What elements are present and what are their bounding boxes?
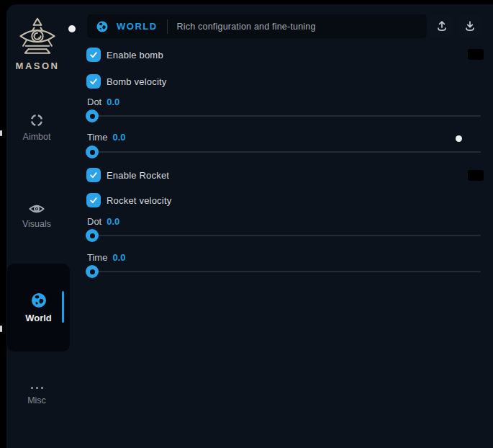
toggle-label: Rocket velocity: [107, 195, 171, 206]
brand-name: MASON: [10, 61, 65, 71]
slider-label-row: Time 0.0: [87, 132, 125, 143]
app-window: [6, 4, 493, 448]
crosshair-icon: [8, 112, 65, 128]
rocket-time-slider-handle[interactable]: [86, 265, 99, 278]
sidebar-item-label: Aimbot: [8, 132, 65, 142]
rocket-velocity-checkbox[interactable]: [86, 193, 101, 207]
bomb-dot-slider-track[interactable]: [92, 115, 481, 117]
active-tab-indicator: [62, 291, 64, 323]
current-tab[interactable]: WORLD: [96, 20, 158, 33]
background-speck: [0, 130, 2, 136]
sidebar-item-visuals[interactable]: Visuals: [8, 202, 65, 229]
globe-icon: [96, 20, 109, 33]
slider-label: Dot: [87, 216, 101, 227]
slider-value: 0.0: [112, 132, 125, 143]
check-icon: [89, 76, 99, 86]
bomb-color-swatch[interactable]: [468, 49, 484, 60]
page-subtitle: Rich configuration and fine-tuning: [177, 22, 316, 32]
sidebar-item-world[interactable]: World: [7, 264, 70, 351]
bomb-velocity-checkbox[interactable]: [86, 74, 101, 89]
upload-config-button[interactable]: [430, 14, 453, 37]
enable-rocket-checkbox[interactable]: [86, 168, 101, 182]
background-speck: [0, 326, 2, 332]
cursor-dot: [456, 135, 462, 142]
slider-label: Time: [87, 132, 107, 143]
cursor-dot: [68, 25, 76, 32]
rocket-time-slider-track[interactable]: [92, 271, 481, 272]
toggle-row: Bomb velocity: [86, 74, 167, 89]
toggle-label: Enable Rocket: [107, 170, 169, 181]
upload-icon: [435, 19, 448, 32]
check-icon: [89, 50, 99, 60]
sidebar-item-label: Visuals: [8, 219, 65, 229]
rocket-color-swatch[interactable]: [468, 170, 484, 181]
toggle-row: Enable Rocket: [86, 168, 169, 182]
slider-value: 0.0: [107, 216, 119, 227]
globe-icon: [7, 292, 70, 309]
mason-logo-icon: [17, 16, 58, 59]
page-header: WORLD Rich configuration and fine-tuning: [87, 14, 427, 38]
rocket-dot-slider-track[interactable]: [92, 235, 481, 236]
rocket-dot-slider-handle[interactable]: [86, 229, 99, 242]
toggle-label: Enable bomb: [107, 50, 163, 61]
enable-bomb-checkbox[interactable]: [86, 48, 101, 62]
slider-value: 0.0: [112, 252, 125, 263]
eye-icon: [8, 202, 65, 215]
toggle-label: Bomb velocity: [107, 76, 167, 87]
bomb-time-slider-handle[interactable]: [86, 145, 99, 158]
bomb-time-slider-track[interactable]: [92, 151, 481, 153]
download-icon: [463, 19, 476, 32]
slider-label: Dot: [87, 97, 101, 107]
slider-label-row: Dot 0.0: [87, 216, 119, 227]
sidebar-item-label: Misc: [8, 395, 65, 406]
toggle-row: Enable bomb: [86, 48, 163, 62]
header-divider: [167, 19, 168, 34]
ellipsis-icon: [8, 383, 65, 392]
sidebar-item-label: World: [7, 313, 70, 323]
check-icon: [89, 170, 99, 180]
slider-label-row: Time 0.0: [87, 252, 125, 263]
bomb-dot-slider-handle[interactable]: [86, 109, 99, 122]
sidebar-item-aimbot[interactable]: Aimbot: [8, 112, 65, 142]
slider-value: 0.0: [107, 97, 119, 107]
page-title: WORLD: [117, 21, 158, 32]
download-config-button[interactable]: [458, 14, 481, 37]
slider-label-row: Dot 0.0: [87, 97, 119, 107]
slider-label: Time: [87, 252, 107, 263]
check-icon: [89, 195, 99, 205]
toggle-row: Rocket velocity: [86, 193, 171, 207]
sidebar-item-misc[interactable]: Misc: [8, 383, 65, 406]
